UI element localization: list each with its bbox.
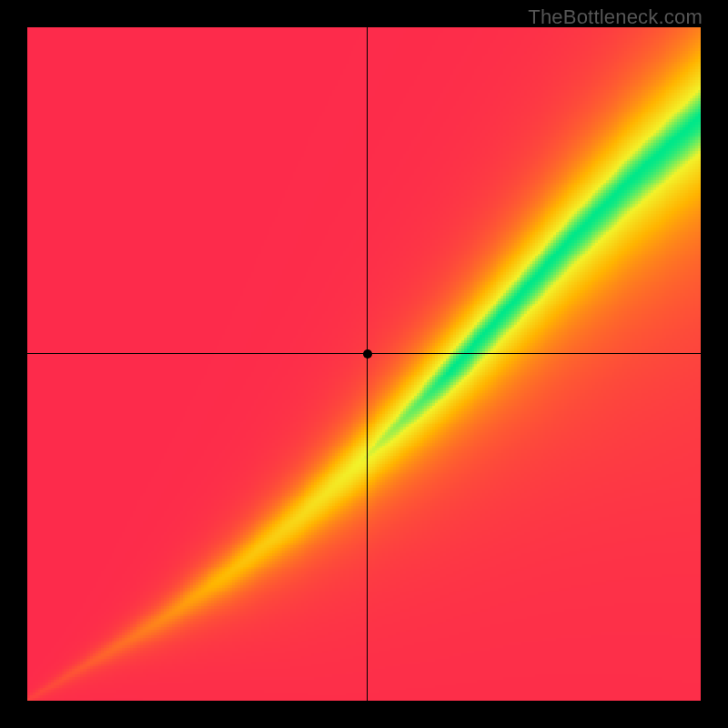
crosshair-vertical	[367, 27, 368, 701]
bottleneck-heatmap	[27, 27, 701, 701]
chart-frame: TheBottleneck.com	[0, 0, 728, 728]
watermark-text: TheBottleneck.com	[528, 5, 703, 29]
selection-marker	[363, 349, 372, 359]
